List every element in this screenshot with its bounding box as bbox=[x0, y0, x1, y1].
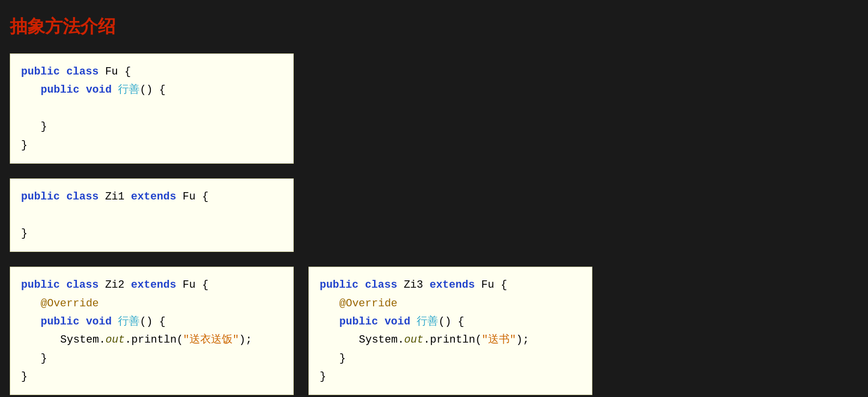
row-zi2-zi3: public class Zi2 extends Fu { @Override … bbox=[10, 267, 858, 395]
code-grid: public class Fu { public void 行善() { } }… bbox=[10, 53, 858, 395]
code-box-zi2: public class Zi2 extends Fu { @Override … bbox=[10, 267, 294, 395]
row-zi1: public class Zi1 extends Fu { } bbox=[10, 178, 858, 252]
code-box-zi3: public class Zi3 extends Fu { @Override … bbox=[308, 267, 592, 395]
page-title: 抽象方法介绍 bbox=[10, 15, 858, 39]
code-box-fu: public class Fu { public void 行善() { } } bbox=[10, 53, 294, 164]
row-fu: public class Fu { public void 行善() { } } bbox=[10, 53, 858, 164]
code-box-zi1: public class Zi1 extends Fu { } bbox=[10, 178, 294, 252]
